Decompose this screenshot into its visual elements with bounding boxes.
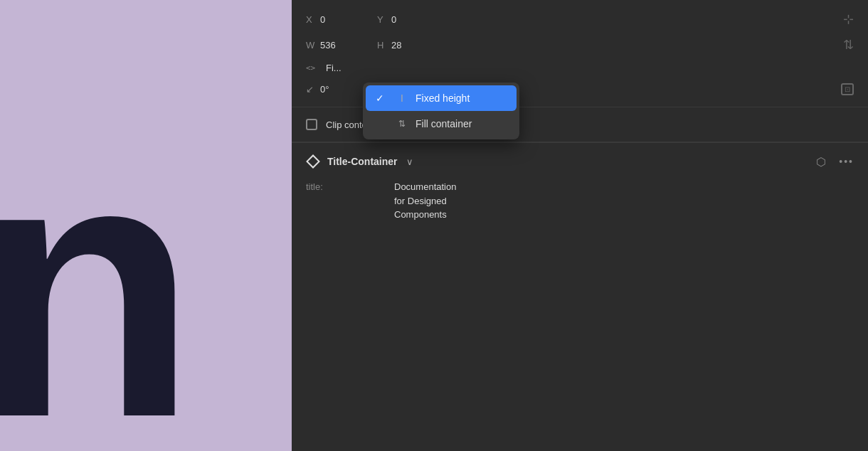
component-header: Title-Container ∨ ⬡ ••• bbox=[306, 154, 854, 169]
fill-container-label: Fill container bbox=[416, 118, 472, 129]
w-value[interactable]: 536 bbox=[320, 40, 377, 51]
fit-to-screen-icon[interactable]: ⊹ bbox=[843, 11, 854, 27]
title-key: title: bbox=[306, 180, 391, 192]
fill-container-option[interactable]: ✓ ⇅ Fill container bbox=[366, 111, 517, 137]
fill-container-icon: ⇅ bbox=[396, 119, 408, 129]
xy-row: X 0 Y 0 ⊹ bbox=[306, 11, 854, 27]
fixed-height-label: Fixed height bbox=[416, 92, 470, 104]
checkmark-icon: ✓ bbox=[376, 92, 388, 104]
component-props: title: Documentation for Designed Compon… bbox=[306, 180, 854, 222]
properties-panel: X 0 Y 0 ⊹ W 536 H 28 ⇅ <> Fi... ✓ I bbox=[292, 0, 868, 107]
x-value[interactable]: 0 bbox=[320, 14, 377, 25]
fixed-height-option[interactable]: ✓ I Fixed height bbox=[366, 85, 517, 111]
height-mode-label[interactable]: Fi... bbox=[326, 63, 342, 73]
code-icon: <> bbox=[306, 63, 320, 73]
x-label: X bbox=[306, 14, 320, 25]
clip-frame-icon[interactable]: ⊡ bbox=[841, 83, 854, 95]
h-value[interactable]: 28 bbox=[391, 40, 448, 51]
link-dimensions-icon[interactable]: ⇅ bbox=[843, 37, 854, 53]
more-options-icon[interactable]: ••• bbox=[839, 156, 854, 167]
w-label: W bbox=[306, 40, 320, 51]
height-mode-dropdown[interactable]: ✓ I Fixed height ✓ ⇅ Fill container bbox=[363, 83, 519, 139]
right-panel: X 0 Y 0 ⊹ W 536 H 28 ⇅ <> Fi... ✓ I bbox=[292, 0, 868, 451]
component-name: Title-Container bbox=[327, 156, 398, 167]
height-dropdown-trigger: <> Fi... bbox=[306, 63, 854, 73]
edit-component-icon[interactable]: ⬡ bbox=[816, 155, 826, 169]
canvas-letter: n bbox=[0, 102, 184, 451]
clip-content-checkbox[interactable] bbox=[306, 119, 317, 130]
rotation-icon: ↙ bbox=[306, 84, 320, 95]
title-value: Documentation for Designed Components bbox=[394, 180, 854, 222]
y-label: Y bbox=[377, 14, 391, 25]
component-icon bbox=[306, 154, 320, 169]
y-value[interactable]: 0 bbox=[391, 14, 448, 25]
wh-row: W 536 H 28 ⇅ bbox=[306, 37, 854, 53]
chevron-down-icon[interactable]: ∨ bbox=[406, 156, 413, 167]
height-dropdown-row: <> Fi... ✓ I Fixed height ✓ ⇅ Fill conta… bbox=[306, 63, 854, 73]
component-section: Title-Container ∨ ⬡ ••• title: Documenta… bbox=[292, 143, 868, 233]
diamond-shape bbox=[306, 154, 320, 169]
h-label: H bbox=[377, 40, 391, 51]
canvas-area: n bbox=[0, 0, 292, 451]
fixed-height-icon: I bbox=[396, 92, 408, 104]
